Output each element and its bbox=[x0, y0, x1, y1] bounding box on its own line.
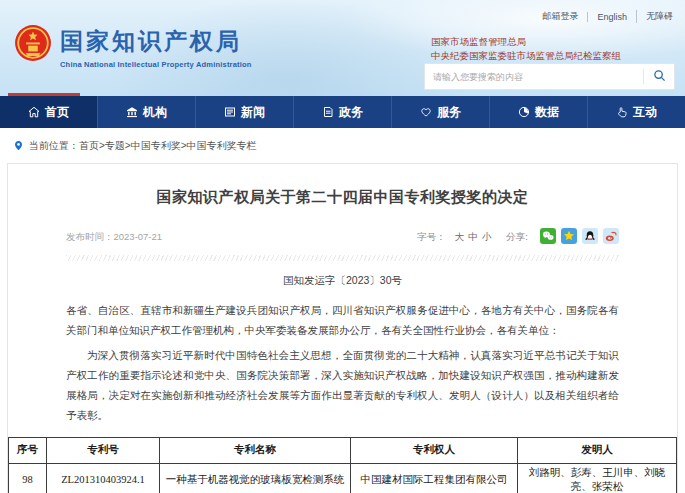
nav-item-data[interactable]: 数据 bbox=[489, 96, 587, 128]
nav-item-home[interactable]: 首页 bbox=[0, 96, 97, 128]
breadcrumb: 当前位置： 首页>专题>中国专利奖>中国专利奖专栏 bbox=[0, 128, 685, 163]
department-line-2: 中央纪委国家监委驻市场监管总局纪检监察组 bbox=[431, 49, 621, 63]
nav-active-accent bbox=[8, 93, 80, 96]
department-lines: 国家市场监督管理总局 中央纪委国家监委驻市场监管总局纪检监察组 bbox=[431, 35, 621, 64]
search-icon bbox=[653, 69, 666, 85]
site-subtitle: China National Intellectual Property Adm… bbox=[60, 60, 252, 69]
article-meta-row: 发布时间：2023-07-21 字号： 大中小 分享: bbox=[66, 228, 619, 246]
search-box bbox=[424, 63, 675, 90]
nav-label-org: 机构 bbox=[143, 104, 167, 121]
table-cell-r0-c1: ZL201310403924.1 bbox=[47, 463, 160, 493]
table-header-0: 序号 bbox=[9, 437, 47, 463]
table-head: 序号专利号专利名称专利权人发明人 bbox=[9, 437, 677, 463]
main-nav: 首页 机构 新闻 政务 服务 数据 互动 bbox=[0, 96, 685, 128]
hatched-divider bbox=[66, 255, 619, 261]
font-size-option-0[interactable]: 大 bbox=[453, 231, 467, 242]
top-link-0[interactable]: 邮箱登录 bbox=[542, 10, 578, 23]
location-pin-icon bbox=[13, 140, 24, 151]
nav-item-service[interactable]: 服务 bbox=[391, 96, 489, 128]
top-link-2[interactable]: 无障碍 bbox=[636, 10, 673, 23]
newspaper-icon bbox=[224, 106, 236, 118]
hand-icon bbox=[616, 106, 628, 118]
table-row: 98ZL201310403924.1一种基于机器视觉的玻璃板宽检测系统中国建材国… bbox=[9, 463, 677, 493]
pie-chart-icon bbox=[518, 106, 530, 118]
nav-label-gov: 政务 bbox=[339, 104, 363, 121]
table-header-2: 专利名称 bbox=[159, 437, 350, 463]
nav-item-interact[interactable]: 互动 bbox=[587, 96, 685, 128]
publish-date: 发布时间：2023-07-21 bbox=[66, 231, 162, 244]
breadcrumb-path[interactable]: 首页>专题>中国专利奖>中国专利奖专栏 bbox=[79, 139, 257, 153]
search-button[interactable] bbox=[644, 64, 674, 89]
table-cell-r0-c4: 刘路明、彭寿、王川申、刘晓亮、张荣松 bbox=[518, 463, 677, 493]
top-link-1[interactable]: English bbox=[587, 12, 627, 22]
weibo-share-icon[interactable] bbox=[603, 228, 619, 244]
font-size-label: 字号： bbox=[417, 231, 446, 244]
nav-label-data: 数据 bbox=[535, 104, 559, 121]
doc-number: 国知发运字〔2023〕30号 bbox=[8, 274, 677, 288]
font-size-option-1[interactable]: 中 bbox=[466, 231, 480, 242]
paragraph-body: 为深入贯彻落实习近平新时代中国特色社会主义思想，全面贯彻党的二十大精神，认真落实… bbox=[66, 346, 619, 426]
table-body: 98ZL201310403924.1一种基于机器视觉的玻璃板宽检测系统中国建材国… bbox=[9, 463, 677, 493]
table-cell-r0-c3: 中国建材国际工程集团有限公司 bbox=[351, 463, 518, 493]
nav-item-org[interactable]: 机构 bbox=[97, 96, 195, 128]
brand: 国家知识产权局 China National Intellectual Prop… bbox=[60, 26, 252, 69]
document-icon bbox=[322, 106, 334, 118]
paragraph-recipients: 各省、自治区、直辖市和新疆生产建设兵团知识产权局，四川省知识产权服务促进中心，各… bbox=[66, 301, 619, 341]
table-header-4: 发明人 bbox=[518, 437, 677, 463]
national-emblem-logo bbox=[14, 24, 52, 62]
breadcrumb-label: 当前位置： bbox=[29, 139, 79, 153]
table-header-3: 专利权人 bbox=[351, 437, 518, 463]
font-size-options: 大中小 bbox=[453, 231, 494, 244]
nav-item-news[interactable]: 新闻 bbox=[195, 96, 293, 128]
nav-label-service: 服务 bbox=[437, 104, 461, 121]
font-size-option-2[interactable]: 小 bbox=[480, 231, 494, 242]
home-icon bbox=[28, 106, 40, 118]
site-title: 国家知识产权局 bbox=[60, 26, 252, 57]
page: 国家知识产权局 China National Intellectual Prop… bbox=[0, 0, 685, 493]
department-line-1: 国家市场监督管理总局 bbox=[431, 35, 621, 49]
share-label: 分享: bbox=[506, 231, 528, 244]
patent-award-table: 序号专利号专利名称专利权人发明人 98ZL201310403924.1一种基于机… bbox=[8, 437, 677, 493]
top-links: 邮箱登录English无障碍 bbox=[542, 10, 673, 23]
nav-label-interact: 互动 bbox=[633, 104, 657, 121]
institution-icon bbox=[126, 106, 138, 118]
share-icons bbox=[535, 228, 619, 246]
site-header: 国家知识产权局 China National Intellectual Prop… bbox=[0, 0, 685, 96]
table-header-row: 序号专利号专利名称专利权人发明人 bbox=[9, 437, 677, 463]
nav-label-home: 首页 bbox=[45, 104, 69, 121]
wechat-share-icon[interactable] bbox=[540, 228, 556, 244]
meta-tools: 字号： 大中小 分享: bbox=[417, 228, 619, 246]
article-panel: 国家知识产权局关于第二十四届中国专利奖授奖的决定 发布时间：2023-07-21… bbox=[7, 163, 678, 493]
nav-item-gov[interactable]: 政务 bbox=[293, 96, 391, 128]
table-cell-r0-c0: 98 bbox=[9, 463, 47, 493]
service-heart-icon bbox=[420, 106, 432, 118]
table-cell-r0-c2: 一种基于机器视觉的玻璃板宽检测系统 bbox=[159, 463, 350, 493]
qq-share-icon[interactable] bbox=[582, 228, 598, 244]
qzone-share-icon[interactable] bbox=[561, 228, 577, 244]
page-title: 国家知识产权局关于第二十四届中国专利奖授奖的决定 bbox=[8, 188, 677, 207]
nav-label-news: 新闻 bbox=[241, 104, 265, 121]
search-input[interactable] bbox=[425, 72, 643, 82]
table-header-1: 专利号 bbox=[47, 437, 160, 463]
